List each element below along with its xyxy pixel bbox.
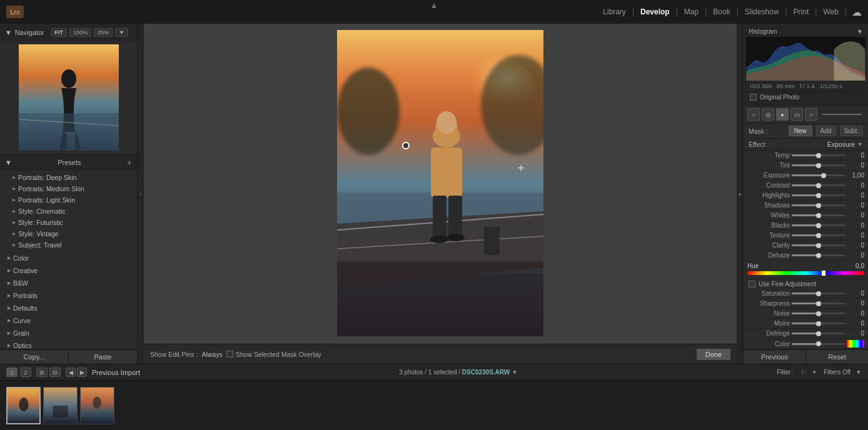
preset-portraits-medium[interactable]: ▶ Portraits: Medium Skin	[0, 183, 137, 194]
top-collapse-arrow[interactable]: ▲	[430, 0, 438, 10]
category-portraits[interactable]: ▶ Portraits	[0, 289, 137, 302]
mask-subtract-button[interactable]: Subt.	[840, 126, 863, 136]
slider-thumb-9[interactable]	[816, 243, 821, 248]
next-arrow-btn[interactable]: ▶	[77, 368, 87, 377]
reset-button[interactable]: Reset	[806, 350, 868, 364]
add-preset-btn[interactable]: +	[127, 158, 132, 168]
show-selected-overlay[interactable]: Show Selected Mask Overlay	[226, 351, 321, 358]
sat-slider-track-5[interactable]	[792, 343, 845, 345]
slider-track-3[interactable]	[792, 184, 845, 186]
sat-slider-thumb-1[interactable]	[816, 301, 821, 306]
nav-library[interactable]: Library	[597, 5, 632, 19]
category-bw[interactable]: ▶ B&W	[0, 277, 137, 289]
sat-slider-track-3[interactable]	[792, 322, 845, 324]
histogram-expand[interactable]: ▼	[857, 28, 863, 35]
slider-track-10[interactable]	[792, 254, 845, 256]
sat-slider-track-0[interactable]	[792, 292, 845, 294]
nav-develop[interactable]: Develop	[634, 5, 676, 19]
sat-slider-thumb-5[interactable]	[816, 341, 821, 346]
filter-star-btn[interactable]: ✦	[810, 368, 819, 377]
nav-map[interactable]: Map	[678, 5, 705, 19]
mask-tool-circle-outline[interactable]: ○	[805, 108, 817, 121]
zoom-25-btn[interactable]: 25%	[94, 28, 113, 37]
mask-tool-circle-small[interactable]: ○	[747, 108, 760, 121]
category-color[interactable]: ▶ Color	[0, 252, 137, 264]
sat-slider-thumb-2[interactable]	[816, 311, 821, 316]
slider-thumb-8[interactable]	[816, 233, 821, 238]
overlay-checkbox[interactable]	[226, 351, 233, 358]
slider-thumb-4[interactable]	[816, 193, 821, 198]
slider-track-7[interactable]	[792, 224, 845, 226]
slider-thumb-5[interactable]	[816, 203, 821, 208]
nav-book[interactable]: Book	[707, 5, 736, 19]
grid-view-btn[interactable]: ⊞	[36, 368, 48, 377]
category-creative[interactable]: ▶ Creative	[0, 264, 137, 277]
filter-flag-btn[interactable]: ⚐	[799, 368, 808, 377]
mask-slider-bar[interactable]	[822, 114, 862, 115]
right-panel-collapse-arrow[interactable]: ›	[737, 24, 743, 364]
preset-style-futuristic[interactable]: ▶ Style: Futuristic	[0, 217, 137, 228]
navigator-header[interactable]: ▼ Navigator FIT 100% 25% ▼	[0, 24, 137, 41]
page-2-btn[interactable]: 2	[20, 368, 31, 377]
mask-tool-rect[interactable]: ▭	[790, 108, 803, 121]
hue-thumb[interactable]	[821, 270, 826, 276]
nav-print[interactable]: Print	[787, 5, 815, 19]
slider-thumb-6[interactable]	[816, 213, 821, 218]
original-photo-checkbox[interactable]	[750, 94, 757, 101]
nav-web[interactable]: Web	[817, 5, 844, 19]
hue-track[interactable]	[747, 271, 864, 275]
sub-optics[interactable]: ▶ Optics	[0, 339, 137, 349]
slider-track-2[interactable]	[792, 174, 845, 176]
slider-thumb-0[interactable]	[816, 153, 821, 158]
slider-track-1[interactable]	[792, 164, 845, 166]
slider-thumb-7[interactable]	[816, 223, 821, 228]
zoom-100-btn[interactable]: 100%	[69, 28, 91, 37]
presets-header[interactable]: ▼ Presets +	[0, 154, 137, 171]
cloud-icon[interactable]: ☁	[852, 6, 862, 18]
copy-button[interactable]: Copy...	[0, 350, 69, 364]
slider-track-0[interactable]	[792, 154, 845, 156]
filmstrip-thumb-3[interactable]	[80, 387, 114, 424]
preset-style-cinematic[interactable]: ▶ Style: Cinematic	[0, 206, 137, 217]
slider-track-4[interactable]	[792, 194, 845, 196]
loupe-view-btn[interactable]: ⊟	[49, 368, 61, 377]
zoom-custom-btn[interactable]: ▼	[115, 28, 128, 37]
mask-tool-circle-large[interactable]: ●	[776, 108, 789, 121]
done-button[interactable]: Done	[697, 349, 730, 360]
preset-portraits-light[interactable]: ▶ Portraits: Light Skin	[0, 194, 137, 206]
previous-button[interactable]: Previous	[744, 350, 806, 364]
preset-subject-travel[interactable]: ▶ Subject: Travel	[0, 239, 137, 251]
sat-slider-track-1[interactable]	[792, 302, 845, 304]
mask-new-button[interactable]: New	[789, 126, 812, 136]
filmstrip-thumb-1[interactable]	[6, 387, 41, 424]
prev-arrow-btn[interactable]: ◀	[66, 368, 76, 377]
sub-grain[interactable]: ▶ Grain	[0, 327, 137, 339]
left-panel-collapse-arrow[interactable]: ‹	[138, 24, 144, 364]
slider-track-8[interactable]	[792, 234, 845, 236]
slider-thumb-10[interactable]	[816, 253, 821, 258]
filter-dropdown[interactable]: ▼	[855, 369, 862, 376]
slider-track-9[interactable]	[792, 244, 845, 246]
category-defaults[interactable]: ▶ Defaults	[0, 302, 137, 314]
filmstrip-thumb-2[interactable]	[43, 387, 78, 424]
slider-thumb-3[interactable]	[816, 183, 821, 188]
sat-slider-track-4[interactable]	[792, 332, 845, 334]
sat-slider-thumb-3[interactable]	[816, 321, 821, 326]
preset-portraits-deep[interactable]: ▶ Portraits: Deep Skin	[0, 172, 137, 183]
sat-slider-thumb-0[interactable]	[816, 291, 821, 296]
paste-button[interactable]: Paste	[69, 350, 137, 364]
slider-track-6[interactable]	[792, 214, 845, 216]
filename-dropdown[interactable]: ▼	[512, 369, 518, 376]
sat-slider-thumb-4[interactable]	[816, 331, 821, 336]
preset-style-vintage[interactable]: ▶ Style: Vintage	[0, 228, 137, 239]
fit-btn[interactable]: FIT	[51, 28, 68, 37]
mask-tool-circle-medium[interactable]: ◎	[762, 108, 774, 121]
sat-slider-track-2[interactable]	[792, 312, 845, 314]
slider-thumb-2[interactable]	[821, 173, 826, 178]
slider-track-5[interactable]	[792, 204, 845, 206]
effect-dropdown-icon[interactable]: ▼	[857, 141, 863, 148]
mask-add-button[interactable]: Add	[816, 126, 836, 136]
nav-slideshow[interactable]: Slideshow	[739, 5, 785, 19]
fine-adj-checkbox[interactable]	[749, 281, 755, 288]
slider-thumb-1[interactable]	[816, 163, 821, 168]
